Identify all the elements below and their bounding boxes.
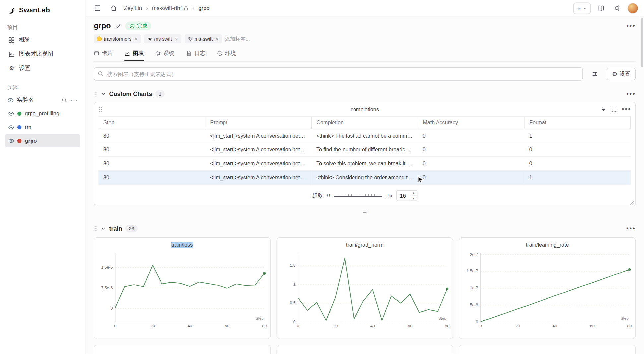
status-label: 完成 — [137, 22, 147, 29]
chart-search-input[interactable] — [94, 67, 583, 81]
drag-handle-icon[interactable] — [94, 91, 97, 97]
section-more-options-button[interactable]: ••• — [626, 225, 636, 232]
section-resize-handle[interactable]: = — [94, 208, 636, 215]
table-row[interactable]: 80 <|im_start|>system A conversation bet… — [98, 156, 630, 170]
tab-environment[interactable]: 环境 — [217, 50, 236, 61]
chevron-down-icon[interactable] — [101, 91, 106, 96]
docs-button[interactable] — [595, 2, 607, 14]
experiment-item-rm[interactable]: rm — [5, 120, 80, 134]
column-header: Prompt — [205, 116, 311, 129]
eye-icon[interactable] — [8, 111, 14, 116]
tab-system[interactable]: 系统 — [155, 50, 174, 61]
chevron-down-icon[interactable] — [101, 226, 106, 231]
run-more-options-button[interactable]: ••• — [626, 22, 636, 29]
pin-icon[interactable] — [601, 106, 606, 112]
tab-label: 图表 — [133, 50, 144, 57]
new-project-button[interactable]: + — [573, 2, 591, 14]
sidebar-item-chart-compare[interactable]: 图表对比视图 — [5, 47, 80, 61]
step-slider-row: 步数 0 16 ▲ ▼ — [94, 185, 635, 206]
chart-card-partial[interactable] — [94, 345, 270, 354]
hf-face-icon — [97, 36, 102, 41]
step-decrement-button[interactable]: ▼ — [410, 196, 417, 201]
sliders-icon — [592, 71, 598, 77]
resize-corner-handle[interactable] — [630, 201, 634, 205]
sidebar-toggle-button[interactable] — [91, 2, 103, 14]
svg-text:1.5e-5: 1.5e-5 — [101, 265, 113, 270]
table-row[interactable]: 80 <|im_start|>system A conversation bet… — [98, 143, 630, 156]
user-avatar[interactable] — [627, 3, 638, 13]
tab-charts[interactable]: 图表 — [124, 50, 144, 61]
chart-card-partial[interactable] — [276, 345, 453, 354]
remove-tag-icon[interactable]: × — [175, 36, 178, 42]
chart-card-train-learning-rate[interactable]: train/learning_rate 05e-81e-71.5e-72e-70… — [459, 237, 636, 339]
drag-handle-icon[interactable] — [98, 106, 102, 112]
section-count-badge: 23 — [125, 225, 137, 232]
main-area: ZeyiLin › ms-swift-rlhf › grpo + — [86, 0, 644, 354]
eye-icon[interactable] — [8, 138, 14, 144]
table-cell: 80 — [98, 156, 205, 170]
chart-card-train-loss[interactable]: train/loss 07.5e-61.5e-5020406080Step — [94, 237, 270, 339]
eye-icon[interactable] — [7, 97, 14, 103]
svg-text:1e-7: 1e-7 — [470, 286, 478, 290]
breadcrumb-run[interactable]: grpo — [198, 5, 209, 11]
experiment-name: rm — [25, 124, 31, 130]
tag-transformers: transformers × — [94, 34, 141, 43]
tab-label: 日志 — [194, 50, 205, 57]
feedback-button[interactable] — [611, 2, 623, 14]
svg-text:1.5: 1.5 — [290, 263, 295, 268]
run-title: grpo — [94, 21, 111, 30]
eye-icon[interactable] — [8, 124, 14, 130]
table-row[interactable]: 80 <|im_start|>system A conversation bet… — [98, 171, 630, 185]
svg-text:0: 0 — [293, 320, 295, 324]
tab-label: 卡片 — [102, 50, 113, 57]
table-cell: <think> The last ad cannot be a commerci… — [311, 129, 418, 143]
home-button[interactable] — [107, 2, 120, 14]
add-tag-button[interactable]: 添加标签... — [225, 35, 250, 42]
breadcrumb-project[interactable]: ms-swift-rlhf — [152, 5, 188, 11]
remove-tag-icon[interactable]: × — [134, 36, 137, 42]
experiment-item-grpo[interactable]: grpo — [5, 134, 80, 148]
experiment-item-grpo-profilling[interactable]: grpo_profilling — [5, 107, 80, 120]
tab-cards[interactable]: 卡片 — [94, 50, 113, 61]
remove-tag-icon[interactable]: × — [216, 36, 219, 42]
table-row[interactable]: 80 <|im_start|>system A conversation bet… — [98, 129, 630, 143]
panel-more-options-button[interactable]: ••• — [622, 105, 631, 113]
step-slider[interactable] — [334, 194, 382, 197]
step-number-input[interactable] — [397, 191, 410, 201]
table-cell: To solve this problem, we can break it d… — [311, 156, 418, 170]
completions-panel: completions ••• Step Prompt Completion — [94, 102, 636, 206]
section-more-options-button[interactable]: ••• — [626, 90, 636, 97]
feedback-icon — [614, 5, 621, 12]
app-name: SwanLab — [19, 6, 50, 15]
train-learning-rate-chart: 05e-81e-71.5e-72e-7020406080Step — [459, 250, 635, 333]
swanlab-logo-icon — [7, 6, 16, 15]
table-header-row: Step Prompt Completion Math Accuracy For… — [98, 116, 630, 129]
chart-card-train-grad-norm[interactable]: train/grad_norm 00.511.5020406080Step — [276, 237, 453, 339]
tab-logs[interactable]: 日志 — [186, 50, 205, 61]
sidebar-item-settings[interactable]: ⚙ 设置 — [5, 61, 80, 75]
vertical-scrollbar[interactable] — [641, 18, 643, 67]
app-logo[interactable]: SwanLab — [5, 6, 80, 15]
breadcrumb-user[interactable]: ZeyiLin — [124, 5, 142, 11]
table-cell: <|im_start|>system A conversation betwe.… — [205, 171, 311, 185]
breadcrumb-separator: › — [146, 5, 148, 11]
experiment-filter-row: 实验名 ··· — [5, 93, 80, 107]
chart-card-partial[interactable] — [459, 345, 636, 354]
search-icon[interactable] — [62, 97, 67, 103]
svg-text:0: 0 — [297, 324, 299, 328]
layout-adjust-button[interactable] — [589, 68, 601, 80]
svg-text:80: 80 — [627, 324, 632, 328]
step-increment-button[interactable]: ▲ — [410, 191, 417, 196]
chart-settings-button[interactable]: ⚙ 设置 — [607, 68, 636, 80]
svg-text:20: 20 — [150, 324, 155, 328]
edit-pencil-icon[interactable] — [115, 23, 121, 29]
drag-handle-icon[interactable] — [94, 226, 97, 232]
fullscreen-icon[interactable] — [611, 106, 617, 112]
table-cell: 0 — [418, 129, 524, 143]
more-options-icon[interactable]: ··· — [71, 97, 78, 103]
breadcrumb-separator: › — [192, 5, 194, 11]
sidebar-item-overview[interactable]: 概览 — [5, 33, 80, 47]
slider-max-label: 16 — [387, 193, 392, 198]
column-header: Math Accuracy — [418, 116, 524, 129]
chart-compare-icon — [8, 51, 15, 58]
